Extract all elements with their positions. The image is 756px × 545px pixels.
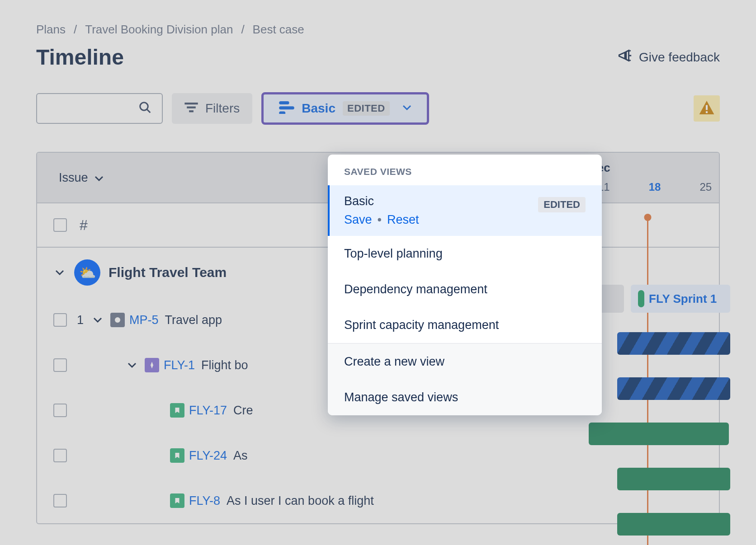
issue-header-label: Issue	[59, 171, 88, 185]
search-icon	[138, 101, 152, 116]
issue-key[interactable]: FLY-8	[189, 494, 220, 508]
dropdown-item[interactable]: Top-level planning	[328, 236, 602, 272]
day-labels: 11 18 25	[598, 181, 712, 193]
create-view-item[interactable]: Create a new view	[328, 343, 602, 380]
day-18: 18	[649, 181, 661, 193]
hash-label: #	[80, 217, 88, 234]
dropdown-active-item[interactable]: Basic Save • Reset EDITED	[328, 185, 602, 236]
dropdown-header: SAVED VIEWS	[328, 155, 602, 185]
issue-key[interactable]: MP-5	[129, 313, 159, 327]
gantt-bar[interactable]	[589, 423, 729, 445]
issue-column-header[interactable]: Issue	[37, 171, 104, 185]
svg-rect-2	[184, 103, 198, 104]
story-icon	[170, 403, 184, 418]
chevron-down-icon	[397, 104, 411, 113]
svg-point-10	[115, 317, 120, 323]
chevron-down-icon	[94, 171, 104, 185]
story-icon	[170, 448, 184, 463]
expand-issue[interactable]	[126, 362, 138, 368]
edited-badge: EDITED	[538, 197, 586, 212]
sprint-pill[interactable]: FLY Sprint 1	[631, 285, 730, 313]
row-checkbox[interactable]	[53, 494, 67, 507]
gantt-bar[interactable]	[617, 513, 730, 536]
issue-title: Cre	[233, 404, 253, 418]
row-number: 1	[77, 313, 85, 327]
warning-icon	[699, 101, 714, 116]
team-avatar: ⛅	[74, 259, 100, 286]
story-icon	[170, 493, 184, 508]
gantt-bar[interactable]	[617, 377, 730, 400]
active-view-title: Basic	[344, 194, 419, 208]
feedback-label: Give feedback	[639, 50, 720, 65]
pill-dot	[638, 290, 644, 307]
team-name: Flight Travel Team	[109, 265, 227, 280]
row-checkbox[interactable]	[53, 449, 67, 462]
svg-point-0	[140, 103, 148, 111]
svg-rect-5	[279, 101, 289, 104]
filter-icon	[184, 101, 198, 116]
saved-views-dropdown: SAVED VIEWS Basic Save • Reset EDITED To…	[328, 155, 602, 415]
gantt-bar[interactable]	[617, 332, 730, 355]
svg-rect-3	[187, 107, 196, 108]
warning-badge[interactable]	[694, 95, 720, 122]
page-title: Timeline	[36, 45, 124, 70]
issue-key[interactable]: FLY-1	[164, 358, 195, 372]
breadcrumb-sep: /	[241, 23, 244, 37]
svg-rect-9	[706, 111, 708, 113]
svg-rect-8	[706, 105, 708, 110]
breadcrumb-scenario[interactable]: Best case	[253, 23, 304, 37]
svg-rect-6	[279, 106, 294, 109]
manage-views-item[interactable]: Manage saved views	[328, 380, 602, 415]
breadcrumb-plan[interactable]: Travel Booking Division plan	[85, 23, 233, 37]
issue-row: FLY-8 As I user I can book a flight	[37, 478, 719, 523]
dot-sep: •	[378, 213, 382, 227]
expand-issue[interactable]	[91, 317, 104, 323]
epic-icon	[145, 358, 159, 372]
filters-button[interactable]: Filters	[172, 93, 252, 124]
dropdown-item[interactable]: Dependency management	[328, 272, 602, 307]
sprint-label: FLY Sprint 1	[649, 292, 717, 306]
reset-view-link[interactable]: Reset	[387, 213, 419, 227]
breadcrumb: Plans / Travel Booking Division plan / B…	[36, 23, 720, 37]
view-icon	[279, 101, 294, 116]
row-checkbox[interactable]	[53, 358, 67, 372]
breadcrumb-sep: /	[74, 23, 77, 37]
row-checkbox[interactable]	[53, 313, 67, 327]
today-marker	[644, 214, 652, 221]
edited-badge: EDITED	[343, 101, 390, 116]
select-all-checkbox[interactable]	[53, 218, 67, 232]
initiative-icon	[110, 313, 125, 327]
issue-key[interactable]: FLY-24	[189, 449, 227, 463]
breadcrumb-plans[interactable]: Plans	[36, 23, 66, 37]
svg-rect-4	[189, 110, 194, 112]
expand-team[interactable]	[53, 269, 66, 276]
view-label: Basic	[302, 101, 335, 116]
filters-label: Filters	[205, 101, 240, 116]
megaphone-icon	[617, 48, 633, 66]
give-feedback-button[interactable]: Give feedback	[617, 48, 720, 66]
svg-rect-7	[279, 111, 285, 114]
issue-title: As I user I can book a flight	[227, 494, 374, 508]
issue-title: Travel app	[165, 313, 222, 327]
day-25: 25	[699, 181, 712, 193]
view-selector-button[interactable]: Basic EDITED	[261, 92, 429, 125]
search-input[interactable]	[36, 93, 163, 124]
issue-title: As	[233, 449, 248, 463]
save-view-link[interactable]: Save	[344, 213, 372, 227]
gantt-bar[interactable]	[617, 468, 730, 490]
svg-line-1	[147, 109, 151, 113]
row-checkbox[interactable]	[53, 404, 67, 417]
issue-title: Flight bo	[201, 358, 248, 372]
dropdown-item[interactable]: Sprint capacity management	[328, 307, 602, 343]
issue-key[interactable]: FLY-17	[189, 404, 227, 418]
